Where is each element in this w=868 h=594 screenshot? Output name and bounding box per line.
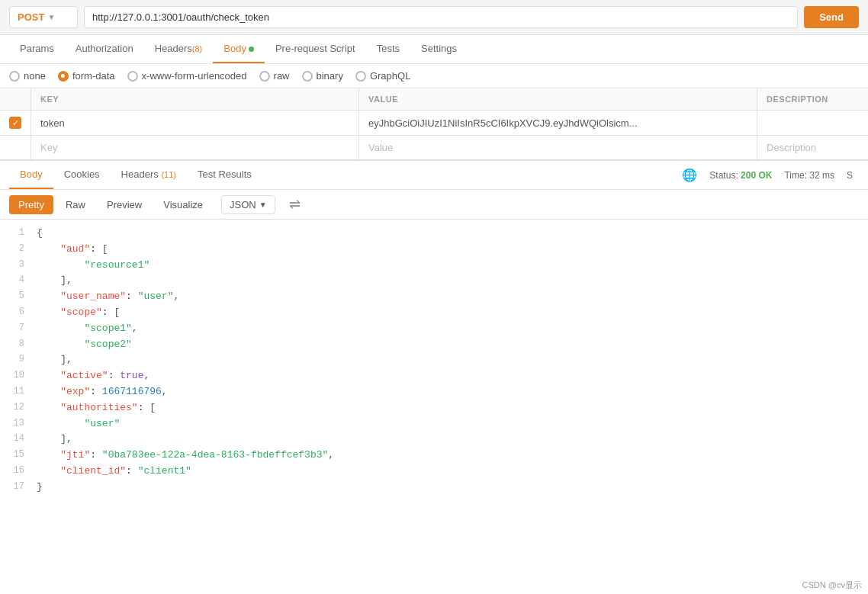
view-tab-pretty[interactable]: Pretty	[9, 195, 53, 214]
radio-graphql[interactable]: GraphQL	[355, 70, 410, 82]
code-line: 2 "aud": [	[0, 242, 868, 258]
view-tab-preview[interactable]: Preview	[98, 195, 151, 214]
radio-circle-none	[9, 71, 20, 82]
code-line: 6 "scope": [	[0, 305, 868, 321]
wrap-button[interactable]: ⇌	[285, 194, 305, 214]
checkbox-checked-icon[interactable]	[9, 117, 21, 129]
response-status-bar: 🌐 Status: 200 OK Time: 32 ms S	[682, 168, 859, 182]
response-tab-headers[interactable]: Headers (11)	[111, 161, 187, 189]
line-number: 7	[0, 321, 37, 336]
radio-circle-raw	[259, 71, 270, 82]
radio-circle-binary	[302, 71, 313, 82]
line-number: 6	[0, 305, 37, 319]
code-line: 12 "authorities": [	[0, 400, 868, 416]
placeholder-key[interactable]: Key	[31, 136, 359, 160]
radio-form-data[interactable]: form-data	[58, 70, 115, 82]
line-number: 17	[0, 480, 37, 494]
radio-none[interactable]: none	[9, 70, 46, 82]
radio-circle-x-www	[127, 71, 138, 82]
line-number: 13	[0, 416, 37, 431]
code-line: 14 ],	[0, 432, 868, 448]
line-content: ],	[37, 273, 868, 289]
row-key[interactable]: token	[31, 111, 359, 136]
time-label: Time: 32 ms	[784, 170, 834, 181]
line-content: {	[37, 226, 868, 242]
placeholder-value[interactable]: Value	[359, 136, 757, 160]
chevron-down-icon: ▼	[259, 201, 267, 209]
line-content: "client_id": "client1"	[37, 464, 868, 480]
line-content: "active": true,	[37, 368, 868, 384]
line-number: 2	[0, 242, 37, 256]
send-button[interactable]: Send	[804, 6, 859, 28]
globe-icon: 🌐	[682, 168, 697, 182]
line-number: 11	[0, 384, 37, 399]
line-content: ],	[37, 352, 868, 368]
format-bar: Pretty Raw Preview Visualize JSON ▼ ⇌	[0, 190, 868, 220]
col-header-value: VALUE	[359, 88, 757, 111]
line-content: }	[37, 480, 868, 496]
line-content: "scope": [	[37, 305, 868, 321]
url-bar: POST ▼ Send	[0, 0, 868, 35]
line-content: "aud": [	[37, 242, 868, 258]
code-line: 4 ],	[0, 273, 868, 289]
response-tab-test-results[interactable]: Test Results	[187, 161, 262, 189]
tab-settings[interactable]: Settings	[410, 35, 468, 63]
line-number: 12	[0, 400, 37, 415]
line-content: "exp": 1667116796,	[37, 384, 868, 400]
tab-tests[interactable]: Tests	[366, 35, 410, 63]
row-value[interactable]: eyJhbGciOiJIUzI1NiIsInR5cCI6IkpXVCJ9.eyJ…	[359, 111, 757, 136]
line-number: 1	[0, 226, 37, 240]
code-line: 3 "resource1"	[0, 258, 868, 274]
code-line: 1{	[0, 226, 868, 242]
response-tabs: Body Cookies Headers (11) Test Results 🌐…	[0, 159, 868, 190]
radio-circle-graphql	[355, 71, 366, 82]
code-line: 13 "user"	[0, 416, 868, 432]
form-data-table: KEY VALUE DESCRIPTION token eyJhbGciOiJI…	[0, 88, 868, 159]
row-checkbox[interactable]	[0, 111, 31, 136]
radio-binary[interactable]: binary	[302, 70, 343, 82]
placeholder-description[interactable]: Description	[757, 136, 868, 160]
code-line: 16 "client_id": "client1"	[0, 464, 868, 480]
line-number: 4	[0, 273, 37, 287]
line-content: "authorities": [	[37, 400, 868, 416]
line-content: "user_name": "user",	[37, 289, 868, 305]
tab-headers[interactable]: Headers(8)	[144, 35, 214, 63]
line-number: 10	[0, 368, 37, 383]
line-number: 16	[0, 464, 37, 478]
table-row: token eyJhbGciOiJIUzI1NiIsInR5cCI6IkpXVC…	[0, 111, 868, 136]
placeholder-checkbox	[0, 136, 31, 160]
col-header-check	[0, 88, 31, 111]
code-line: 9 ],	[0, 352, 868, 368]
line-number: 9	[0, 352, 37, 367]
tab-pre-request[interactable]: Pre-request Script	[265, 35, 366, 63]
response-tab-body[interactable]: Body	[9, 161, 53, 189]
line-content: ],	[37, 432, 868, 448]
row-description[interactable]	[757, 111, 868, 136]
code-line: 17}	[0, 480, 868, 496]
line-number: 8	[0, 337, 37, 352]
view-tab-raw[interactable]: Raw	[56, 195, 95, 214]
size-label: S	[847, 170, 853, 181]
col-header-key: KEY	[31, 88, 359, 111]
code-line: 15 "jti": "0ba783ee-122a-4dea-8163-fbdef…	[0, 448, 868, 464]
code-line: 7 "scope1",	[0, 321, 868, 337]
format-select[interactable]: JSON ▼	[221, 195, 275, 214]
radio-x-www[interactable]: x-www-form-urlencoded	[127, 70, 247, 82]
line-number: 15	[0, 448, 37, 462]
line-number: 14	[0, 432, 37, 446]
table-row-placeholder: Key Value Description	[0, 136, 868, 160]
radio-circle-form-data	[58, 71, 69, 82]
method-selector[interactable]: POST ▼	[9, 6, 78, 28]
tab-authorization[interactable]: Authorization	[65, 35, 144, 63]
view-tab-visualize[interactable]: Visualize	[154, 195, 212, 214]
radio-raw[interactable]: raw	[259, 70, 290, 82]
col-header-description: DESCRIPTION	[757, 88, 868, 111]
chevron-down-icon: ▼	[47, 13, 55, 21]
tab-body[interactable]: Body	[213, 35, 265, 63]
tab-params[interactable]: Params	[9, 35, 65, 63]
url-input[interactable]	[84, 6, 798, 28]
line-content: "scope1",	[37, 321, 868, 337]
code-line: 5 "user_name": "user",	[0, 289, 868, 305]
response-tab-cookies[interactable]: Cookies	[53, 161, 111, 189]
line-content: "scope2"	[37, 337, 868, 353]
